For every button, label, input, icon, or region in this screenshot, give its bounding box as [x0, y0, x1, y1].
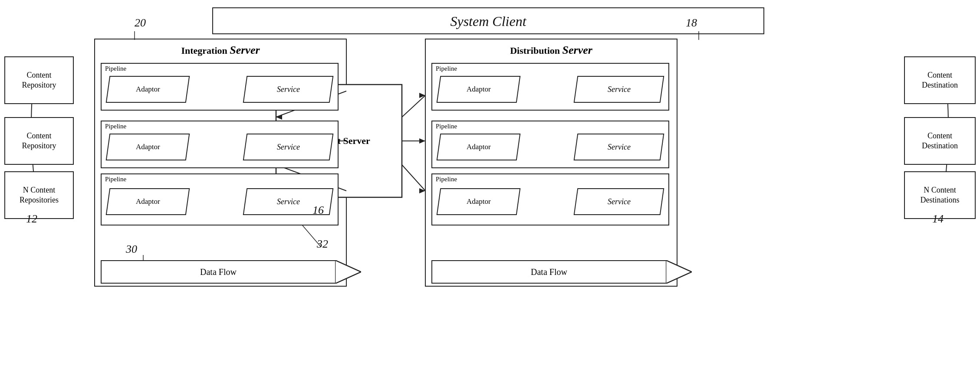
- distribution-pipeline-1: Pipeline Adaptor Service: [431, 63, 669, 111]
- ref-14: 14: [932, 212, 944, 225]
- integration-service-1: Service: [243, 76, 334, 103]
- integration-service-2: Service: [243, 134, 334, 160]
- distribution-adaptor-1: Adaptor: [437, 76, 521, 103]
- distribution-adaptor-2: Adaptor: [437, 134, 521, 160]
- ref-18: 18: [686, 16, 697, 29]
- ref-30: 30: [126, 243, 137, 256]
- svg-marker-13: [419, 93, 425, 98]
- integration-adaptor-2: Adaptor: [106, 134, 190, 160]
- integration-pipeline-3: Pipeline Adaptor Service: [101, 173, 339, 225]
- integration-pipeline-1: Pipeline Adaptor Service: [101, 63, 339, 111]
- content-repository-2: ContentRepository: [4, 117, 74, 165]
- content-destination-2: ContentDestination: [904, 117, 976, 165]
- integration-server-label: Integration Server: [95, 41, 346, 59]
- system-client-label: System Client: [213, 10, 764, 33]
- integration-adaptor-3: Adaptor: [106, 188, 190, 215]
- distribution-service-2: Service: [574, 134, 664, 160]
- n-content-repositories: N ContentRepositories: [4, 171, 74, 219]
- data-flow-distribution: Data Flow: [431, 260, 692, 284]
- content-repository-1: ContentRepository: [4, 56, 74, 104]
- svg-marker-15: [419, 188, 425, 193]
- distribution-server-label: Distribution Server: [425, 41, 677, 59]
- integration-pipeline-2: Pipeline Adaptor Service: [101, 121, 339, 168]
- ref-16: 16: [312, 204, 324, 217]
- n-content-destinations: N ContentDestinations: [904, 171, 976, 219]
- svg-line-10: [402, 95, 425, 117]
- svg-marker-23: [335, 260, 361, 284]
- svg-marker-24: [666, 260, 692, 284]
- data-flow-integration: Data Flow: [101, 260, 361, 284]
- distribution-service-3: Service: [574, 188, 664, 215]
- ref-12: 12: [26, 212, 37, 225]
- distribution-service-1: Service: [574, 76, 664, 103]
- ref-20: 20: [135, 16, 146, 29]
- svg-line-12: [402, 165, 425, 191]
- distribution-pipeline-3: Pipeline Adaptor Service: [431, 173, 669, 225]
- content-destination-1: ContentDestination: [904, 56, 976, 104]
- ref-32: 32: [317, 238, 328, 251]
- distribution-adaptor-3: Adaptor: [437, 188, 521, 215]
- integration-adaptor-1: Adaptor: [106, 76, 190, 103]
- distribution-pipeline-2: Pipeline Adaptor Service: [431, 121, 669, 168]
- diagram-container: System Client Integration Server Distrib…: [0, 0, 980, 379]
- svg-marker-14: [419, 138, 425, 144]
